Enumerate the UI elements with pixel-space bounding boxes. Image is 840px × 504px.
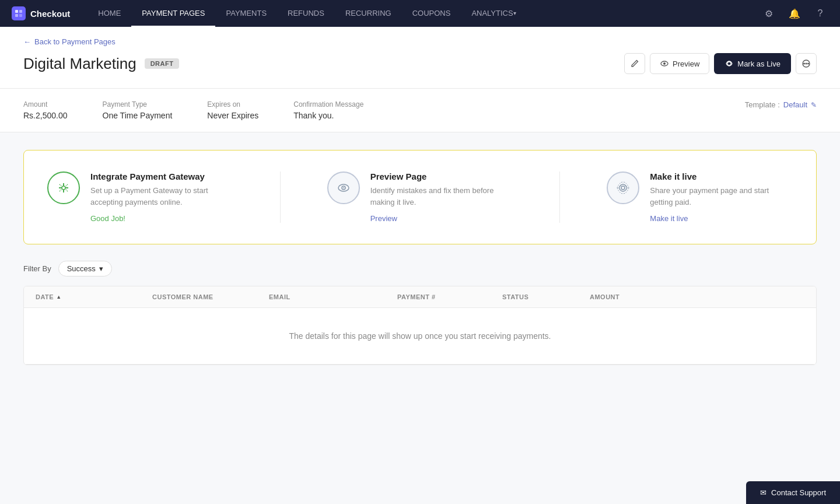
contact-support-label: Contact Support: [771, 488, 826, 497]
page-title-row: Digital Marketing DRAFT Preview: [23, 53, 817, 74]
setup-step-preview: Preview Page Identify mistakes and fix t…: [327, 172, 513, 223]
filter-arrow-icon: ▾: [99, 264, 103, 273]
th-customer[interactable]: CUSTOMER NAME: [152, 293, 269, 300]
amount-label: Amount: [23, 100, 68, 108]
nav-coupons[interactable]: COUPONS: [402, 0, 461, 27]
page-title: Digital Marketing: [23, 55, 136, 73]
confirmation-value: Thank you.: [293, 111, 363, 120]
step-content-live: Make it live Share your payment page and…: [650, 172, 793, 223]
filter-value: Success: [67, 264, 96, 273]
payment-type-label: Payment Type: [103, 100, 173, 108]
step-title-preview: Preview Page: [370, 172, 513, 181]
more-button[interactable]: [796, 53, 817, 74]
payment-type-value: One Time Payment: [103, 111, 173, 120]
main-content: ← Back to Payment Pages Digital Marketin…: [0, 27, 840, 504]
preview-button[interactable]: Preview: [650, 53, 709, 74]
brand-icon: [12, 6, 26, 20]
contact-support-icon: ✉: [760, 488, 766, 497]
nav-items: HOME PAYMENT PAGES PAYMENTS REFUNDS RECU…: [88, 0, 761, 27]
metadata-row: Amount Rs.2,500.00 Payment Type One Time…: [0, 89, 840, 132]
nav-payment-pages[interactable]: PAYMENT PAGES: [131, 0, 215, 27]
step-icon-live: [607, 172, 639, 204]
svg-point-6: [727, 62, 731, 65]
setup-step-live: Make it live Share your payment page and…: [607, 172, 793, 223]
nav-refunds[interactable]: REFUNDS: [277, 0, 335, 27]
brand-name: Checkout: [30, 9, 70, 19]
filter-row: Filter By Success ▾: [23, 261, 817, 276]
step-link-live[interactable]: Make it live: [650, 214, 688, 223]
svg-rect-2: [15, 14, 18, 17]
breadcrumb[interactable]: ← Back to Payment Pages: [23, 37, 817, 46]
svg-line-16: [60, 184, 61, 186]
contact-support-button[interactable]: ✉ Contact Support: [746, 481, 840, 504]
nav-recurring[interactable]: RECURRING: [335, 0, 402, 27]
step-link-gateway: Good Job!: [90, 214, 125, 223]
step-divider-1: [280, 172, 281, 223]
step-desc-preview: Identify mistakes and fix them before ma…: [370, 185, 513, 208]
svg-rect-3: [19, 14, 22, 17]
step-content-preview: Preview Page Identify mistakes and fix t…: [370, 172, 513, 223]
confirmation-label: Confirmation Message: [293, 100, 363, 108]
step-desc-gateway: Set up a Payment Gateway to start accept…: [90, 185, 233, 208]
template-link[interactable]: Default: [783, 100, 807, 109]
step-title-gateway: Integrate Payment Gateway: [90, 172, 233, 181]
filter-label: Filter By: [23, 264, 51, 273]
page-header: ← Back to Payment Pages Digital Marketin…: [0, 27, 840, 89]
svg-point-22: [343, 187, 344, 188]
help-icon[interactable]: ?: [812, 5, 828, 22]
setup-card: Integrate Payment Gateway Set up a Payme…: [23, 150, 817, 244]
meta-confirmation: Confirmation Message Thank you.: [293, 100, 363, 120]
step-desc-live: Share your payment page and start gettin…: [650, 185, 793, 208]
svg-line-17: [66, 184, 68, 186]
svg-line-18: [60, 190, 61, 191]
svg-point-9: [803, 63, 805, 65]
th-payment[interactable]: PAYMENT #: [397, 293, 502, 300]
th-date[interactable]: DATE ▲: [36, 293, 152, 300]
step-content-gateway: Integrate Payment Gateway Set up a Payme…: [90, 172, 233, 223]
meta-amount: Amount Rs.2,500.00: [23, 100, 68, 120]
brand[interactable]: Checkout: [12, 6, 70, 20]
meta-expires: Expires on Never Expires: [207, 100, 258, 120]
th-email[interactable]: EMAIL: [269, 293, 397, 300]
meta-payment-type: Payment Type One Time Payment: [103, 100, 173, 120]
navbar: Checkout HOME PAYMENT PAGES PAYMENTS REF…: [0, 0, 840, 27]
more-icon: [802, 59, 811, 68]
amount-value: Rs.2,500.00: [23, 111, 68, 120]
nav-analytics[interactable]: ANALYTICS: [461, 0, 526, 27]
payments-table: DATE ▲ CUSTOMER NAME EMAIL PAYMENT # STA…: [23, 286, 817, 365]
nav-home[interactable]: HOME: [88, 0, 131, 27]
settings-icon[interactable]: ⚙: [761, 5, 777, 22]
mark-live-label: Mark as Live: [737, 60, 780, 68]
svg-point-15: [62, 186, 65, 190]
expires-label: Expires on: [207, 100, 258, 108]
step-link-preview[interactable]: Preview: [370, 214, 397, 223]
notification-icon[interactable]: 🔔: [786, 5, 803, 22]
svg-point-23: [621, 186, 625, 190]
status-badge: DRAFT: [145, 58, 180, 69]
nav-right: ⚙ 🔔 ?: [761, 5, 828, 22]
breadcrumb-text: Back to Payment Pages: [34, 37, 116, 46]
breadcrumb-arrow: ←: [23, 37, 31, 46]
filter-button[interactable]: Success ▾: [58, 261, 112, 276]
template-label: Template :: [745, 100, 780, 109]
th-amount[interactable]: AMOUNT: [590, 293, 660, 300]
step-divider-2: [559, 172, 560, 223]
svg-point-10: [807, 63, 809, 65]
svg-rect-1: [19, 10, 22, 13]
sort-icon: ▲: [56, 294, 61, 300]
live-icon: [724, 59, 734, 68]
table-empty-message: The details for this page will show up o…: [24, 308, 816, 365]
svg-point-8: [806, 63, 807, 65]
nav-payments[interactable]: PAYMENTS: [215, 0, 277, 27]
meta-template: Template : Default ✎: [745, 100, 817, 109]
expires-value: Never Expires: [207, 111, 258, 120]
template-edit-icon[interactable]: ✎: [811, 101, 817, 109]
edit-button[interactable]: [624, 53, 645, 74]
table-header: DATE ▲ CUSTOMER NAME EMAIL PAYMENT # STA…: [24, 286, 816, 308]
edit-icon: [630, 59, 639, 68]
mark-live-button[interactable]: Mark as Live: [714, 53, 791, 74]
svg-rect-0: [15, 10, 18, 13]
step-icon-gateway: [47, 172, 80, 204]
content-area: Integrate Payment Gateway Set up a Payme…: [0, 132, 840, 383]
th-status[interactable]: STATUS: [502, 293, 590, 300]
